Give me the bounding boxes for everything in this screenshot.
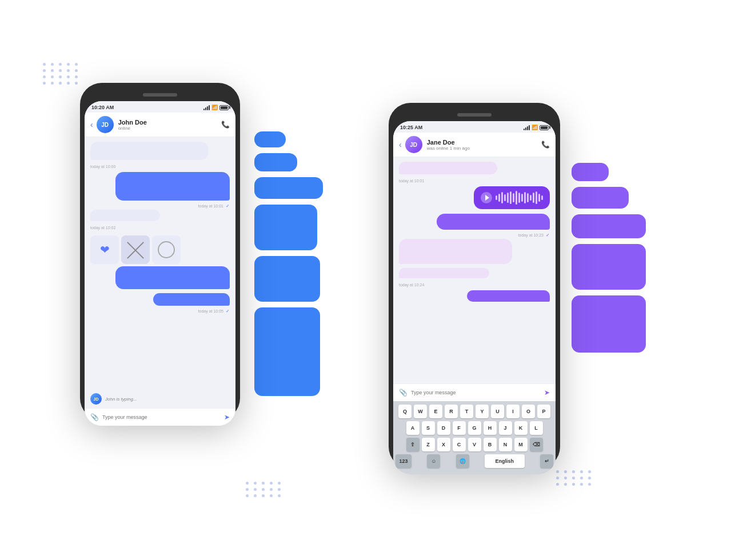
battery-icon [219,105,229,110]
avatar-left: JD [97,116,114,133]
key-j[interactable]: J [499,421,512,435]
bubble-received-2 [90,210,160,221]
contact-name-left: John Doe [118,119,221,126]
keyboard-row-2: A S D F G H J K L [396,421,553,435]
key-emoji[interactable]: ☺ [427,454,440,468]
attach-icon-left[interactable]: 📎 [90,413,99,421]
status-time-left: 10:20 AM [91,105,114,110]
key-q[interactable]: Q [398,405,412,418]
wifi-icon-right: 📶 [532,125,538,130]
wifi-icon: 📶 [211,105,218,110]
sample-bubble-6 [254,307,320,396]
bubble-sent-2 [115,266,230,289]
key-s[interactable]: S [422,421,435,435]
signal-icon [203,105,210,110]
avatar-image-left: JD [97,116,114,133]
typing-indicator: JD John is typing... [85,390,235,408]
status-time-right: 10:25 AM [400,125,422,130]
msg-received-2: today at 10:02 [90,210,230,232]
timestamp-sent-1: today at 10:01 ✓ [90,203,230,209]
key-backspace[interactable]: ⌫ [530,438,543,451]
key-i[interactable]: I [506,405,520,418]
key-a[interactable]: A [406,421,420,435]
checkmark-purple-1: ✓ [546,233,550,238]
call-button-left[interactable]: 📞 [221,121,230,129]
key-l[interactable]: L [530,421,543,435]
decorative-dots-bl [246,482,282,497]
bubble-sent-purple-1 [437,214,550,230]
chat-header-right: ‹ JD Jane Doe was online 1 min ago 📞 [393,133,556,157]
key-z[interactable]: Z [422,438,435,451]
typing-text: John is typing... [105,397,137,402]
key-d[interactable]: D [437,421,450,435]
sample-bubble-2 [254,153,297,171]
contact-info-left: John Doe online [118,119,221,131]
msg-voice: today at 10:23 ✓ [399,186,550,238]
voice-bubble[interactable] [474,186,550,209]
typing-avatar: JD [90,393,102,405]
msg-received-purple-1: today at 10:01 [399,162,550,185]
key-p[interactable]: P [537,405,550,418]
image-heart: ❤ [90,235,119,264]
key-m[interactable]: M [514,438,528,451]
timestamp-sent-2: today at 10:05 ✓ [90,309,230,314]
key-r[interactable]: R [445,405,458,418]
attach-icon-right[interactable]: 📎 [399,389,408,397]
key-b[interactable]: B [484,438,497,451]
key-globe[interactable]: 🌐 [456,454,469,468]
back-button-right[interactable]: ‹ [399,140,402,149]
key-y[interactable]: Y [476,405,489,418]
chat-area-left: today at 10:00 today at 10:01 ✓ today at… [85,137,235,390]
key-w[interactable]: W [414,405,427,418]
timestamp-1: today at 10:00 [90,165,230,169]
bubble-sent-2b [153,293,230,306]
key-return[interactable]: ↵ [540,454,553,468]
key-x[interactable]: X [437,438,450,451]
key-o[interactable]: O [522,405,535,418]
timestamp-right-1: today at 10:01 [399,179,550,183]
avatar-right: JD [405,136,422,153]
send-button-left[interactable]: ➤ [224,413,230,421]
key-t[interactable]: T [460,405,473,418]
key-k[interactable]: K [514,421,528,435]
contact-status-right: was online 1 min ago [427,146,541,151]
image-cross [121,235,150,264]
key-numbers[interactable]: 123 [396,454,412,468]
image-circle [152,235,181,264]
key-c[interactable]: C [453,438,466,451]
keyboard[interactable]: Q W E R T Y U I O P A S D F G H J K [393,401,556,474]
msg-received-purple-2: today at 10:24 [399,239,550,289]
key-space[interactable]: English [485,454,525,468]
key-e[interactable]: E [429,405,442,418]
key-v[interactable]: V [468,438,481,451]
phone-notch-left [143,93,177,97]
avatar-image-right: JD [405,136,422,153]
key-n[interactable]: N [499,438,512,451]
bubble-received-purple-2 [399,239,512,264]
key-h[interactable]: H [484,421,497,435]
sample-bubble-3 [254,177,323,199]
message-input-left[interactable] [102,414,221,420]
phone-left: 10:20 AM 📶 ‹ JD John Doe online 📞 [80,83,240,420]
bubble-samples-left [254,131,323,396]
key-shift[interactable]: ⇧ [406,438,420,451]
back-button-left[interactable]: ‹ [90,120,93,129]
sample-bubble-5 [254,256,320,302]
message-input-right[interactable] [411,390,541,395]
key-f[interactable]: F [453,421,466,435]
play-button[interactable] [481,192,492,203]
decorative-dots-br [556,470,593,486]
send-button-right[interactable]: ➤ [544,389,550,397]
sample-bubble-4 [254,205,317,250]
cross-pattern [124,238,147,261]
key-g[interactable]: G [468,421,481,435]
input-bar-left: 📎 ➤ [85,408,235,426]
call-button-right[interactable]: 📞 [541,141,550,149]
checkmark-1: ✓ [226,203,230,209]
contact-status-left: online [118,126,221,131]
contact-info-right: Jane Doe was online 1 min ago [427,139,541,151]
contact-name-right: Jane Doe [427,139,541,146]
waveform [496,191,543,205]
key-u[interactable]: U [491,405,504,418]
status-icons-right: 📶 [524,125,549,130]
